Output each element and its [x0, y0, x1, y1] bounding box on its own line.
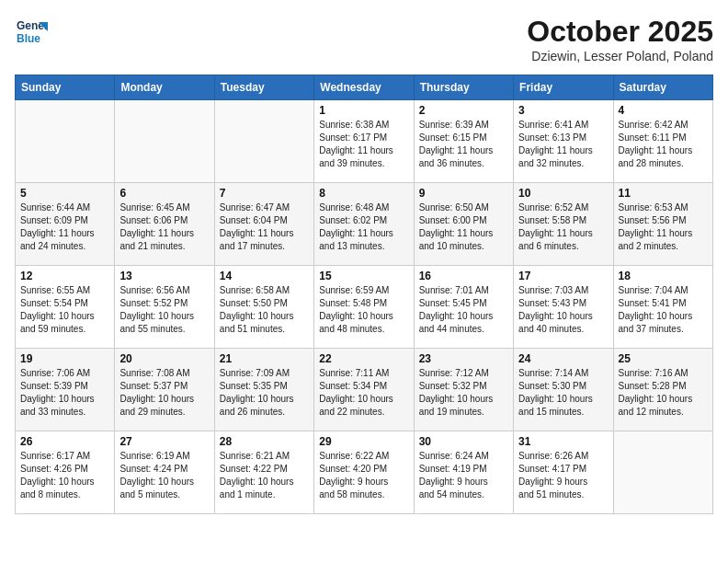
day-number: 30 [419, 435, 508, 448]
calendar-cell [613, 431, 712, 514]
day-number: 14 [220, 270, 309, 282]
calendar-cell: 22Sunrise: 7:11 AMSunset: 5:34 PMDayligh… [314, 349, 414, 431]
week-row-2: 5Sunrise: 6:44 AMSunset: 6:09 PMDaylight… [16, 183, 713, 266]
day-content: Sunrise: 6:48 AMSunset: 6:02 PMDaylight:… [319, 201, 408, 253]
calendar-cell: 26Sunrise: 6:17 AMSunset: 4:26 PMDayligh… [16, 431, 115, 514]
day-content: Sunrise: 7:14 AMSunset: 5:30 PMDaylight:… [518, 367, 608, 419]
day-number: 3 [518, 104, 608, 117]
day-number: 1 [319, 104, 408, 117]
weekday-header-friday: Friday [514, 75, 613, 100]
logo: General Blue [15, 15, 51, 48]
day-number: 27 [119, 435, 209, 448]
month-title: October 2025 [527, 15, 713, 49]
day-content: Sunrise: 6:50 AMSunset: 6:00 PMDaylight:… [419, 201, 508, 253]
day-number: 13 [119, 270, 209, 282]
day-content: Sunrise: 6:38 AMSunset: 6:17 PMDaylight:… [319, 119, 408, 170]
day-content: Sunrise: 7:09 AMSunset: 5:35 PMDaylight:… [220, 367, 309, 419]
week-row-4: 19Sunrise: 7:06 AMSunset: 5:39 PMDayligh… [16, 349, 713, 431]
day-number: 19 [20, 352, 109, 365]
day-number: 22 [319, 352, 408, 365]
weekday-header-monday: Monday [115, 75, 214, 100]
calendar-cell: 17Sunrise: 7:03 AMSunset: 5:43 PMDayligh… [514, 266, 613, 349]
calendar-cell: 28Sunrise: 6:21 AMSunset: 4:22 PMDayligh… [214, 431, 313, 514]
day-number: 6 [119, 187, 209, 200]
calendar-cell: 12Sunrise: 6:55 AMSunset: 5:54 PMDayligh… [16, 266, 115, 349]
weekday-header-wednesday: Wednesday [314, 75, 414, 100]
calendar-cell: 10Sunrise: 6:52 AMSunset: 5:58 PMDayligh… [514, 183, 613, 266]
day-content: Sunrise: 7:01 AMSunset: 5:45 PMDaylight:… [419, 284, 508, 336]
day-number: 28 [220, 435, 309, 448]
day-content: Sunrise: 7:16 AMSunset: 5:28 PMDaylight:… [619, 367, 708, 419]
calendar-cell: 9Sunrise: 6:50 AMSunset: 6:00 PMDaylight… [414, 183, 513, 266]
calendar-cell: 7Sunrise: 6:47 AMSunset: 6:04 PMDaylight… [214, 183, 313, 266]
day-number: 10 [518, 187, 608, 200]
day-content: Sunrise: 6:19 AMSunset: 4:24 PMDaylight:… [119, 450, 209, 501]
day-content: Sunrise: 7:03 AMSunset: 5:43 PMDaylight:… [518, 284, 608, 336]
day-number: 11 [619, 187, 708, 200]
day-number: 31 [518, 435, 608, 448]
calendar-cell: 15Sunrise: 6:59 AMSunset: 5:48 PMDayligh… [314, 266, 414, 349]
day-number: 23 [419, 352, 508, 365]
day-content: Sunrise: 6:53 AMSunset: 5:56 PMDaylight:… [619, 201, 708, 253]
weekday-header-saturday: Saturday [613, 75, 712, 100]
day-number: 12 [20, 270, 109, 282]
calendar-cell: 4Sunrise: 6:42 AMSunset: 6:11 PMDaylight… [613, 100, 712, 183]
calendar-cell: 2Sunrise: 6:39 AMSunset: 6:15 PMDaylight… [414, 100, 513, 183]
calendar-cell: 27Sunrise: 6:19 AMSunset: 4:24 PMDayligh… [115, 431, 214, 514]
calendar-cell [16, 100, 115, 183]
weekday-header-sunday: Sunday [16, 75, 115, 100]
day-number: 15 [319, 270, 408, 282]
calendar-cell: 20Sunrise: 7:08 AMSunset: 5:37 PMDayligh… [115, 349, 214, 431]
day-number: 21 [220, 352, 309, 365]
day-content: Sunrise: 6:56 AMSunset: 5:52 PMDaylight:… [119, 284, 209, 336]
day-number: 17 [518, 270, 608, 282]
calendar-cell: 23Sunrise: 7:12 AMSunset: 5:32 PMDayligh… [414, 349, 513, 431]
weekday-header-thursday: Thursday [414, 75, 513, 100]
day-number: 16 [419, 270, 508, 282]
day-content: Sunrise: 6:45 AMSunset: 6:06 PMDaylight:… [119, 201, 209, 253]
calendar-cell [115, 100, 214, 183]
weekday-header-row: SundayMondayTuesdayWednesdayThursdayFrid… [16, 75, 713, 100]
day-number: 4 [619, 104, 708, 117]
weekday-header-tuesday: Tuesday [214, 75, 313, 100]
week-row-5: 26Sunrise: 6:17 AMSunset: 4:26 PMDayligh… [16, 431, 713, 514]
day-content: Sunrise: 7:08 AMSunset: 5:37 PMDaylight:… [119, 367, 209, 419]
calendar-cell: 6Sunrise: 6:45 AMSunset: 6:06 PMDaylight… [115, 183, 214, 266]
title-block: October 2025 Dziewin, Lesser Poland, Pol… [527, 15, 713, 63]
day-content: Sunrise: 6:52 AMSunset: 5:58 PMDaylight:… [518, 201, 608, 253]
day-number: 25 [619, 352, 708, 365]
calendar-cell: 1Sunrise: 6:38 AMSunset: 6:17 PMDaylight… [314, 100, 414, 183]
calendar-cell: 18Sunrise: 7:04 AMSunset: 5:41 PMDayligh… [613, 266, 712, 349]
calendar-cell [214, 100, 313, 183]
day-number: 2 [419, 104, 508, 117]
day-number: 29 [319, 435, 408, 448]
day-number: 5 [20, 187, 109, 200]
calendar-cell: 5Sunrise: 6:44 AMSunset: 6:09 PMDaylight… [16, 183, 115, 266]
day-content: Sunrise: 6:24 AMSunset: 4:19 PMDaylight:… [419, 450, 508, 501]
calendar-cell: 19Sunrise: 7:06 AMSunset: 5:39 PMDayligh… [16, 349, 115, 431]
day-content: Sunrise: 6:22 AMSunset: 4:20 PMDaylight:… [319, 450, 408, 501]
calendar-table: SundayMondayTuesdayWednesdayThursdayFrid… [15, 75, 713, 514]
day-content: Sunrise: 7:11 AMSunset: 5:34 PMDaylight:… [319, 367, 408, 419]
day-content: Sunrise: 6:47 AMSunset: 6:04 PMDaylight:… [220, 201, 309, 253]
day-content: Sunrise: 6:42 AMSunset: 6:11 PMDaylight:… [619, 119, 708, 170]
svg-text:Blue: Blue [17, 32, 40, 45]
calendar-cell: 30Sunrise: 6:24 AMSunset: 4:19 PMDayligh… [414, 431, 513, 514]
day-content: Sunrise: 6:26 AMSunset: 4:17 PMDaylight:… [518, 450, 608, 501]
day-content: Sunrise: 6:39 AMSunset: 6:15 PMDaylight:… [419, 119, 508, 170]
calendar-cell: 21Sunrise: 7:09 AMSunset: 5:35 PMDayligh… [214, 349, 313, 431]
page-header: General Blue October 2025 Dziewin, Lesse… [15, 15, 713, 63]
day-number: 20 [119, 352, 209, 365]
day-content: Sunrise: 6:41 AMSunset: 6:13 PMDaylight:… [518, 119, 608, 170]
day-content: Sunrise: 6:55 AMSunset: 5:54 PMDaylight:… [20, 284, 109, 336]
calendar-cell: 3Sunrise: 6:41 AMSunset: 6:13 PMDaylight… [514, 100, 613, 183]
calendar-cell: 16Sunrise: 7:01 AMSunset: 5:45 PMDayligh… [414, 266, 513, 349]
day-content: Sunrise: 6:21 AMSunset: 4:22 PMDaylight:… [220, 450, 309, 501]
calendar-cell: 24Sunrise: 7:14 AMSunset: 5:30 PMDayligh… [514, 349, 613, 431]
day-number: 26 [20, 435, 109, 448]
calendar-cell: 8Sunrise: 6:48 AMSunset: 6:02 PMDaylight… [314, 183, 414, 266]
day-number: 9 [419, 187, 508, 200]
week-row-1: 1Sunrise: 6:38 AMSunset: 6:17 PMDaylight… [16, 100, 713, 183]
calendar-cell: 31Sunrise: 6:26 AMSunset: 4:17 PMDayligh… [514, 431, 613, 514]
location: Dziewin, Lesser Poland, Poland [527, 49, 713, 63]
